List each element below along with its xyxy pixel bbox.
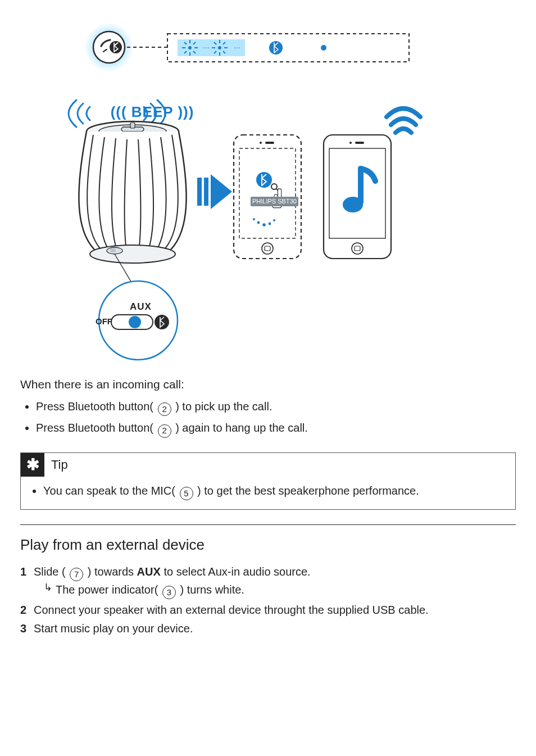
svg-rect-43	[265, 142, 274, 144]
svg-point-37	[129, 316, 141, 328]
step-item: Slide ( 7 ) towards AUX to select Aux-in…	[20, 563, 516, 601]
svg-rect-40	[204, 178, 208, 206]
pairing-illustration: ··· ···	[65, 22, 425, 371]
svg-text:···: ···	[203, 43, 210, 52]
svg-point-53	[269, 223, 271, 225]
svg-rect-33	[110, 248, 116, 252]
svg-text:···: ···	[234, 43, 240, 52]
svg-point-15	[219, 47, 221, 49]
step-item: Start music play on your device.	[20, 619, 516, 638]
text: ) to get the best speakerphone performan…	[194, 485, 419, 497]
ref-number-icon: 3	[162, 586, 176, 599]
ref-number-icon: 7	[70, 568, 83, 581]
text: ) towards	[84, 565, 137, 578]
ref-number-icon: 5	[180, 487, 193, 500]
svg-point-31	[90, 245, 175, 263]
svg-rect-55	[324, 135, 391, 259]
paired-device-name: PHILIPS SBT30	[251, 197, 298, 206]
beep-label: ((( BEEP )))	[65, 102, 239, 122]
svg-point-27	[321, 45, 326, 51]
svg-rect-57	[355, 142, 364, 144]
svg-point-56	[349, 142, 352, 144]
list-item: Press Bluetooth button( 2 ) to pick up t…	[36, 397, 516, 418]
section-divider	[20, 524, 516, 525]
text: You can speak to the MIC(	[43, 485, 179, 497]
result-arrow-icon: ↳	[44, 582, 52, 592]
text: Slide (	[34, 565, 69, 578]
incoming-call-list: Press Bluetooth button( 2 ) to pick up t…	[20, 397, 516, 440]
text: ) to pick up the call.	[172, 400, 272, 413]
svg-point-42	[260, 142, 262, 144]
svg-point-51	[257, 221, 260, 224]
svg-point-61	[343, 197, 363, 212]
text: Press Bluetooth button(	[36, 400, 157, 413]
ref-number-icon: 2	[158, 402, 171, 416]
incoming-call-intro: When there is an incoming call:	[20, 377, 516, 392]
svg-point-52	[262, 223, 266, 227]
list-item: Press Bluetooth button( 2 ) again to han…	[36, 418, 516, 440]
step-item: Connect your speaker with an external de…	[20, 601, 516, 619]
section-title: Play from an external device	[20, 535, 516, 555]
tip-title: Tip	[51, 456, 68, 473]
svg-rect-30	[130, 123, 135, 128]
text: ) again to hang up the call.	[172, 422, 308, 434]
text: Press Bluetooth button(	[36, 422, 157, 434]
steps-list: Slide ( 7 ) towards AUX to select Aux-in…	[20, 563, 516, 638]
svg-point-6	[189, 47, 191, 49]
text: ) turns white.	[177, 583, 244, 596]
aux-strong: AUX	[137, 565, 161, 578]
step-result: ↳ The power indicator( 3 ) turns white.	[44, 581, 516, 599]
svg-rect-39	[197, 178, 202, 206]
switch-off-label: OFF	[96, 316, 112, 327]
switch-aux-label: AUX	[130, 301, 152, 314]
ref-number-icon: 2	[158, 424, 171, 438]
manual-page: ··· ···	[0, 0, 536, 756]
tip-item: You can speak to the MIC( 5 ) to get the…	[43, 483, 508, 500]
text: to select Aux-in audio source.	[161, 565, 311, 578]
tip-box: ✱ Tip You can speak to the MIC( 5 ) to g…	[20, 452, 516, 510]
text: The power indicator(	[56, 583, 161, 596]
svg-point-50	[253, 218, 255, 220]
tip-header: ✱ Tip	[21, 453, 515, 477]
tip-body: You can speak to the MIC( 5 ) to get the…	[21, 477, 515, 509]
tip-asterisk-icon: ✱	[21, 453, 44, 477]
svg-point-54	[273, 219, 275, 221]
